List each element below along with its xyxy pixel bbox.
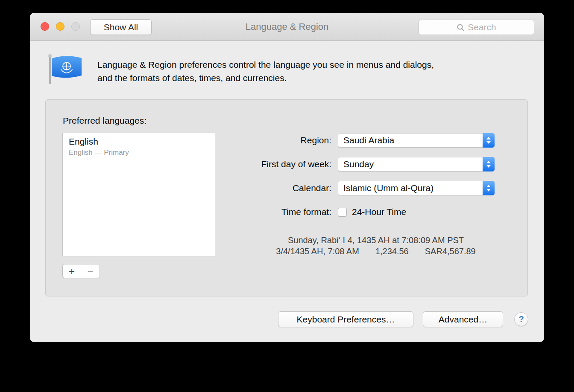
sample-long-date: Sunday, Rabi‘ I 4, 1435 AH at 7:08:09 AM…: [235, 235, 517, 246]
add-language-button[interactable]: +: [63, 264, 81, 278]
preferred-languages-label: Preferred languages:: [63, 116, 146, 126]
remove-language-button[interactable]: −: [81, 264, 100, 278]
24-hour-time-checkbox[interactable]: [338, 208, 347, 217]
calendar-label: Calendar:: [152, 181, 331, 195]
language-list-controls: + −: [62, 264, 100, 278]
popup-chevrons-icon: [483, 181, 495, 195]
un-flag-icon: [46, 52, 83, 85]
format-samples: Sunday, Rabi‘ I 4, 1435 AH at 7:08:09 AM…: [235, 235, 517, 257]
settings-panel: Preferred languages: English English — P…: [45, 99, 528, 296]
titlebar: Show All Language & Region Search: [30, 13, 544, 41]
preferences-description: Language & Region preferences control th…: [97, 58, 434, 84]
search-field[interactable]: Search: [419, 20, 534, 35]
sample-currency: SAR4,567.89: [425, 247, 476, 256]
popup-chevrons-icon: [483, 133, 495, 148]
zoom-button: [71, 22, 80, 31]
region-label: Region:: [152, 133, 331, 148]
keyboard-preferences-button[interactable]: Keyboard Preferences…: [278, 311, 413, 327]
calendar-row: Calendar: Islamic (Umm al-Qura): [46, 181, 527, 195]
language-subtitle: English — Primary: [69, 148, 209, 157]
sample-short-formats: 3/4/1435 AH, 7:08 AM1,234.56SAR4,567.89: [235, 246, 517, 257]
first-day-label: First day of week:: [152, 157, 331, 171]
sample-number: 1,234.56: [375, 247, 409, 256]
language-region-window: Show All Language & Region Search: [30, 13, 544, 342]
traffic-lights: [41, 22, 80, 31]
advanced-button[interactable]: Advanced…: [423, 311, 503, 327]
help-button[interactable]: ?: [514, 312, 528, 326]
region-popup[interactable]: Saudi Arabia: [338, 133, 495, 148]
window-title: Language & Region: [158, 21, 416, 32]
region-value: Saudi Arabia: [338, 135, 483, 145]
calendar-value: Islamic (Umm al-Qura): [338, 183, 483, 193]
first-day-value: Sunday: [338, 159, 483, 169]
region-row: Region: Saudi Arabia: [46, 133, 527, 148]
first-day-popup[interactable]: Sunday: [338, 157, 495, 171]
description-line-2: and the formats of dates, times, and cur…: [97, 71, 434, 84]
popup-chevrons-icon: [483, 157, 495, 171]
sample-short-datetime: 3/4/1435 AH, 7:08 AM: [276, 247, 359, 256]
calendar-popup[interactable]: Islamic (Umm al-Qura): [338, 181, 495, 195]
time-format-label: Time format:: [152, 205, 331, 219]
close-button[interactable]: [41, 22, 49, 31]
24-hour-time-label: 24-Hour Time: [352, 205, 406, 219]
first-day-row: First day of week: Sunday: [46, 157, 527, 171]
minimize-button[interactable]: [56, 22, 64, 31]
search-icon: [457, 23, 465, 32]
show-all-button[interactable]: Show All: [90, 19, 152, 35]
description-line-1: Language & Region preferences control th…: [97, 58, 434, 71]
search-placeholder: Search: [468, 22, 496, 32]
time-format-row: Time format: 24-Hour Time: [46, 205, 527, 219]
